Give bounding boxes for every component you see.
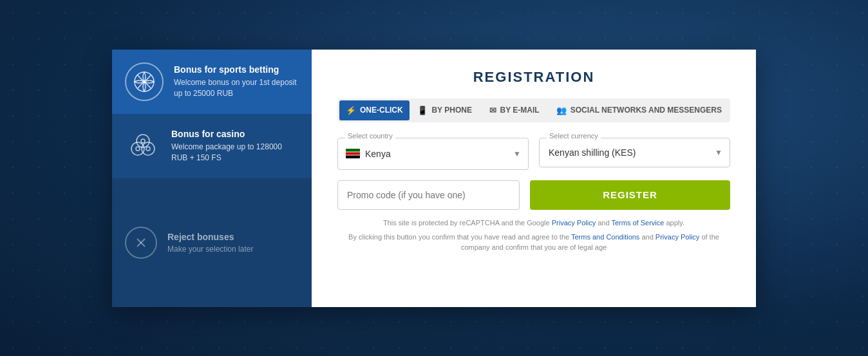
casino-bonus-item[interactable]: Bonus for casino Welcome package up to 1… bbox=[112, 114, 312, 178]
promo-code-input[interactable] bbox=[337, 180, 520, 210]
registration-title: REGISTRATION bbox=[337, 69, 730, 86]
lightning-icon: ⚡ bbox=[346, 106, 356, 115]
tab-social[interactable]: 👥 SOCIAL NETWORKS AND MESSENGERS bbox=[550, 100, 728, 120]
sport-bonus-desc: Welcome bonus on your 1st deposit up to … bbox=[174, 77, 299, 99]
casino-bonus-icon bbox=[125, 128, 161, 164]
recaptcha-text: This site is protected by reCAPTCHA and … bbox=[337, 219, 730, 227]
kenya-flag-icon bbox=[346, 149, 360, 158]
terms-and-conditions-link[interactable]: Terms and Conditions bbox=[571, 233, 639, 241]
reject-bonuses-item[interactable]: Reject bonuses Make your selection later bbox=[112, 178, 312, 307]
terms-text: By clicking this button you confirm that… bbox=[337, 232, 730, 253]
sport-bonus-item[interactable]: Bonus for sports betting Welcome bonus o… bbox=[112, 50, 312, 114]
phone-icon: 📱 bbox=[417, 106, 428, 115]
tab-by-email-label: BY E-MAIL bbox=[500, 106, 540, 115]
privacy-policy-link[interactable]: Privacy Policy bbox=[552, 219, 596, 227]
privacy-policy-2-link[interactable]: Privacy Policy bbox=[656, 233, 699, 241]
sport-bonus-text: Bonus for sports betting Welcome bonus o… bbox=[174, 64, 299, 99]
country-currency-row: Select country bbox=[337, 138, 730, 170]
reject-bonuses-text: Reject bonuses Make your selection later bbox=[167, 232, 253, 254]
casino-bonus-desc: Welcome package up to 128000 RUB + 150 F… bbox=[171, 142, 299, 164]
tab-one-click-label: ONE-CLICK bbox=[360, 106, 403, 115]
country-label: Select country bbox=[345, 132, 395, 140]
tab-social-label: SOCIAL NETWORKS AND MESSENGERS bbox=[571, 106, 722, 115]
currency-label: Select currency bbox=[547, 132, 601, 140]
registration-tabs: ⚡ ONE-CLICK 📱 BY PHONE ✉ BY E-MAIL 👥 SOC… bbox=[337, 98, 730, 122]
reject-bonuses-title: Reject bonuses bbox=[167, 232, 253, 242]
casino-bonus-text: Bonus for casino Welcome package up to 1… bbox=[171, 129, 299, 164]
svg-point-4 bbox=[136, 147, 140, 151]
promo-input-wrap bbox=[337, 180, 520, 210]
svg-rect-14 bbox=[346, 155, 360, 156]
sport-bonus-icon bbox=[125, 62, 164, 101]
country-field-group: Select country bbox=[337, 138, 529, 170]
sport-bonus-title: Bonus for sports betting bbox=[174, 64, 299, 75]
register-button[interactable]: REGISTER bbox=[530, 180, 730, 210]
promo-register-row: REGISTER bbox=[337, 180, 730, 210]
currency-select[interactable]: Kenyan shilling (KES) bbox=[539, 138, 730, 167]
tab-one-click[interactable]: ⚡ ONE-CLICK bbox=[339, 100, 410, 120]
terms-of-service-link[interactable]: Terms of Service bbox=[611, 219, 664, 227]
svg-point-6 bbox=[141, 139, 145, 143]
reject-icon bbox=[125, 227, 157, 259]
country-select-wrapper[interactable]: Kenya ▼ bbox=[337, 138, 529, 170]
svg-point-5 bbox=[146, 147, 150, 151]
tab-by-email[interactable]: ✉ BY E-MAIL bbox=[480, 100, 549, 120]
tab-by-phone-label: BY PHONE bbox=[431, 106, 471, 115]
right-panel: REGISTRATION ⚡ ONE-CLICK 📱 BY PHONE ✉ BY… bbox=[312, 50, 756, 307]
tab-by-phone[interactable]: 📱 BY PHONE bbox=[411, 100, 479, 120]
social-icon: 👥 bbox=[556, 106, 567, 115]
currency-field-group: Select currency Kenyan shilling (KES) ▼ bbox=[539, 138, 730, 170]
country-select[interactable]: Kenya bbox=[365, 149, 520, 159]
left-panel: Bonus for sports betting Welcome bonus o… bbox=[112, 50, 312, 307]
main-container: Bonus for sports betting Welcome bonus o… bbox=[112, 50, 756, 307]
currency-select-wrapper[interactable]: Kenyan shilling (KES) ▼ bbox=[539, 138, 730, 167]
email-icon: ✉ bbox=[489, 106, 496, 115]
reject-bonuses-desc: Make your selection later bbox=[167, 245, 253, 254]
casino-bonus-title: Bonus for casino bbox=[171, 129, 299, 139]
svg-rect-13 bbox=[346, 152, 360, 153]
